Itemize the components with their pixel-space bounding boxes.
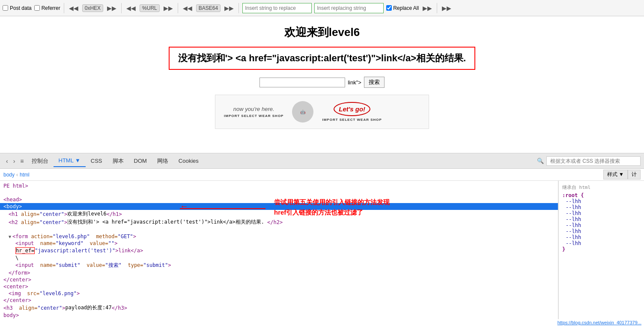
- devtools-menu-btn[interactable]: ≡: [18, 156, 26, 166]
- breadcrumb-body[interactable]: body: [3, 172, 15, 178]
- tab-console[interactable]: 控制台: [27, 155, 54, 167]
- styles-prop-5: --lhh: [562, 222, 641, 228]
- search-input[interactable]: [259, 78, 345, 87]
- calc-btn[interactable]: 计: [628, 170, 641, 179]
- tab-html[interactable]: HTML ▼: [54, 155, 86, 167]
- html-line-form: ▼ <form action="level6.php" method="GET"…: [0, 233, 558, 240]
- referrer-checkbox[interactable]: [34, 5, 40, 11]
- base64-right-arrow[interactable]: ▶▶: [223, 4, 235, 12]
- shop-banner: now you're here. IMPORT SELECT WEAR SHOP…: [215, 95, 429, 129]
- divider4: [239, 3, 239, 13]
- toolbar: Post data Referrer ◀◀ 0xHEX ▶▶ ◀◀ %URL ▶…: [0, 0, 644, 16]
- base64-badge: BASE64: [196, 4, 221, 12]
- styles-root-rule: :root { --lhh --lhh --lhh --lhh --lhh --…: [562, 192, 641, 252]
- tab-dom[interactable]: DOM: [129, 155, 152, 167]
- replace-right-arrow[interactable]: ▶▶: [421, 4, 433, 12]
- browser-content: 欢迎来到level6 没有找到和'> <a href="javascript:a…: [0, 16, 644, 153]
- form-triangle[interactable]: ▼: [9, 234, 11, 239]
- styles-prop-7: --lhh: [562, 234, 641, 240]
- styles-prop-2: --lhh: [562, 204, 641, 210]
- styles-inherit-header: 继承自 html: [562, 184, 641, 191]
- devtools-back-btn[interactable]: ‹: [3, 156, 11, 166]
- tab-css[interactable]: CSS: [86, 155, 107, 167]
- tab-js[interactable]: 脚本: [107, 155, 129, 167]
- postdata-label: Post data: [10, 5, 32, 11]
- html-line-input-submit: <input name="submit" value="搜索" type="su…: [0, 261, 558, 269]
- html-line-body[interactable]: <body>: [0, 203, 558, 210]
- url-left-arrow[interactable]: ◀◀: [125, 4, 137, 12]
- styles-prop-6: --lhh: [562, 228, 641, 234]
- devtools-forward-btn[interactable]: ›: [11, 156, 18, 166]
- styles-btn[interactable]: 样式 ▼: [603, 170, 628, 179]
- replace-string-input[interactable]: [242, 3, 312, 13]
- banner-shop-text-left: IMPORT SELECT WEAR SHOP: [224, 114, 283, 118]
- html-line-href-highlight: hr_ef="javascript:alert('test')">link</a…: [0, 247, 558, 254]
- banner-shop-text-right: IMPORT SELECT WEAR SHOP: [322, 118, 382, 122]
- devtools-body: PE html> <head> <body> <h1 align="center…: [0, 181, 644, 326]
- base64-left-arrow[interactable]: ◀◀: [182, 4, 194, 12]
- divider1: [64, 3, 64, 13]
- html-line-head: <head>: [0, 196, 558, 203]
- breadcrumb-html[interactable]: html: [20, 172, 30, 178]
- search-result-text: 没有找到和'> <a href="javascript:alert('test'…: [178, 52, 466, 65]
- devtools-search-input[interactable]: [546, 156, 641, 166]
- html-panel: PE html> <head> <body> <h1 align="center…: [0, 181, 558, 326]
- banner-right-text: Let's go!: [334, 102, 370, 116]
- banner-left-section: now you're here. IMPORT SELECT WEAR SHOP: [224, 106, 283, 118]
- url-right-arrow[interactable]: ▶▶: [162, 4, 174, 12]
- devtools: ‹ › ≡ 控制台 HTML ▼ CSS 脚本 DOM 网络 Cookies 🔍…: [0, 153, 644, 326]
- html-line-input-keyword: <input name="keyword" value="">: [0, 240, 558, 247]
- robot-icon: 🤖: [292, 101, 313, 123]
- html-line-img: <img src="level6.png">: [0, 290, 558, 297]
- postdata-checkbox[interactable]: [3, 5, 8, 11]
- hex-right-arrow[interactable]: ▶▶: [106, 4, 118, 12]
- banner-robot: 🤖: [292, 101, 313, 123]
- search-result-box: 没有找到和'> <a href="javascript:alert('test'…: [169, 47, 475, 70]
- referrer-label: Referrer: [42, 5, 60, 11]
- replace-all-label: Replace All: [393, 5, 419, 11]
- hex-badge: 0xHEX: [82, 4, 103, 12]
- html-line-form-close: </form>: [0, 269, 558, 276]
- html-line: PE html>: [0, 182, 558, 189]
- html-line-h2: <h2 align="center">没有找到和'> <a href="java…: [0, 218, 558, 226]
- devtools-search: 🔍: [537, 156, 641, 166]
- search-button[interactable]: 搜索: [364, 77, 385, 88]
- devtools-toolbar: ‹ › ≡ 控制台 HTML ▼ CSS 脚本 DOM 网络 Cookies 🔍: [0, 153, 644, 169]
- url-badge: %URL: [140, 4, 160, 12]
- styles-root-close: }: [562, 246, 641, 252]
- styles-calc-panel: 样式 ▼ 计: [603, 170, 641, 179]
- devtools-breadcrumb: body ‹ html 样式 ▼ 计: [0, 169, 644, 181]
- html-line-center-close2: </center>: [0, 297, 558, 304]
- divider2: [121, 3, 122, 13]
- banner-inner: now you're here. IMPORT SELECT WEAR SHOP…: [215, 101, 429, 123]
- banner-left-text: now you're here.: [224, 106, 283, 112]
- page-content: 欢迎来到level6 没有找到和'> <a href="javascript:a…: [0, 16, 644, 138]
- html-line-body-close: body>: [0, 312, 558, 319]
- html-line-center-close: </center>: [0, 276, 558, 283]
- page-title: 欢迎来到level6: [17, 25, 627, 40]
- search-form: link"> 搜索: [17, 77, 627, 88]
- divider5: [437, 3, 437, 13]
- html-line-h3: <h3 align="center">payload的长度:47</h3>: [0, 304, 558, 312]
- html-line-center-open: <center>: [0, 283, 558, 290]
- search-suffix: link">: [348, 79, 361, 86]
- hex-left-arrow[interactable]: ◀◀: [68, 4, 80, 12]
- status-bar[interactable]: https://blog.csdn.net/weixin_40177379...: [555, 319, 644, 326]
- styles-prop-4: --lhh: [562, 216, 641, 222]
- styles-prop-3: --lhh: [562, 210, 641, 216]
- extra-arrow[interactable]: ▶▶: [441, 4, 453, 12]
- styles-prop-8: --lhh: [562, 240, 641, 246]
- html-line: [0, 189, 558, 196]
- html-line-h1: <h1 align="center">欢迎来到level6</h1>: [0, 210, 558, 218]
- postdata-item: Post data: [3, 5, 32, 11]
- tab-cookies[interactable]: Cookies: [173, 155, 204, 167]
- tab-network[interactable]: 网络: [152, 155, 173, 167]
- replace-all-item: Replace All: [386, 5, 419, 11]
- html-dropdown-icon[interactable]: ▼: [75, 157, 80, 164]
- replacing-string-input[interactable]: [314, 3, 384, 13]
- replace-all-checkbox[interactable]: [386, 5, 392, 11]
- html-line-blank: [0, 226, 558, 233]
- search-icon: 🔍: [537, 158, 544, 164]
- divider3: [178, 3, 178, 13]
- banner-right-section: Let's go! IMPORT SELECT WEAR SHOP: [322, 102, 382, 122]
